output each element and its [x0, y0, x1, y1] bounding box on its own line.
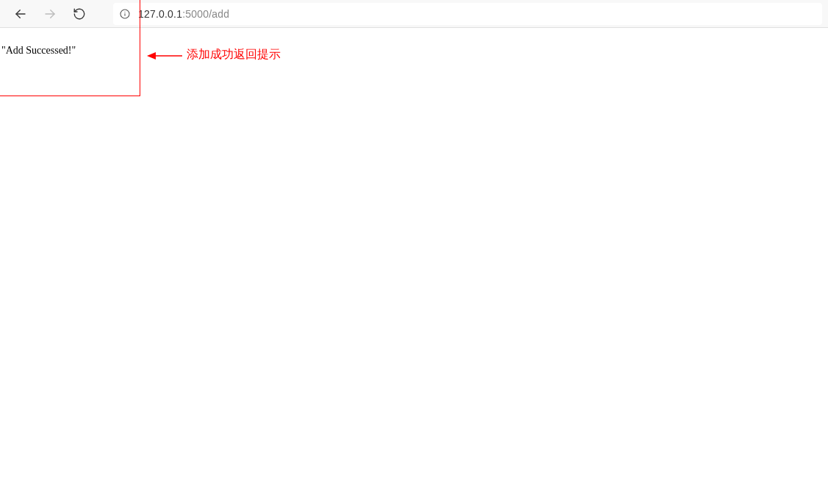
site-info-button[interactable] — [118, 7, 132, 21]
svg-point-4 — [124, 11, 125, 12]
back-button[interactable] — [12, 5, 29, 23]
url-display: 127.0.0.1:5000/add — [138, 8, 229, 20]
reload-button[interactable] — [71, 5, 88, 23]
page-content: "Add Successed!" 添加成功返回提示 — [0, 28, 828, 504]
forward-button[interactable] — [41, 5, 59, 23]
url-path: :5000/add — [182, 8, 229, 20]
svg-marker-6 — [147, 52, 156, 60]
annotation-label: 添加成功返回提示 — [187, 47, 281, 62]
nav-buttons — [6, 5, 94, 23]
url-host: 127.0.0.1 — [138, 8, 182, 20]
arrow-left-icon — [14, 7, 27, 21]
arrow-right-icon — [43, 7, 57, 21]
address-bar[interactable]: 127.0.0.1:5000/add — [113, 3, 822, 25]
response-text: "Add Successed!" — [1, 45, 76, 57]
reload-icon — [73, 7, 86, 21]
browser-toolbar: 127.0.0.1:5000/add — [0, 0, 828, 28]
annotation-arrow-icon — [147, 48, 184, 63]
info-icon — [119, 8, 131, 20]
